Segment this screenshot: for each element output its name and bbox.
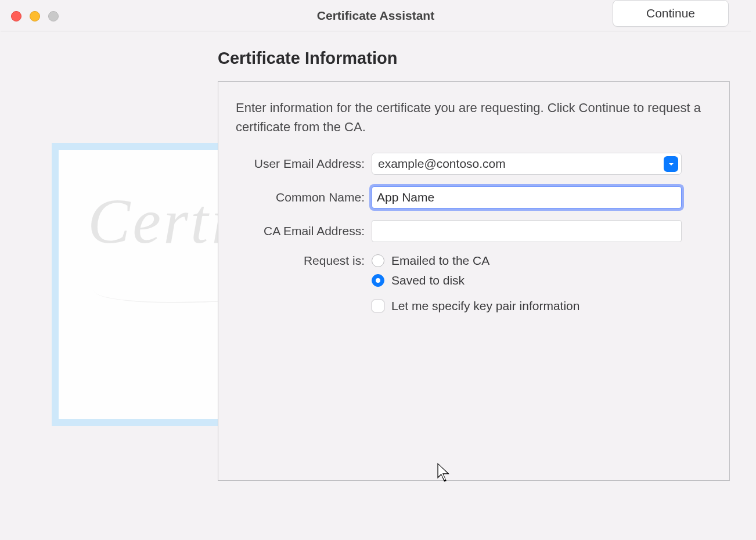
keypair-row: Let me specify key pair information xyxy=(236,299,712,313)
common-name-input[interactable] xyxy=(372,186,682,208)
radio-indicator-icon xyxy=(372,274,384,287)
user-email-value: example@contoso.com xyxy=(378,157,506,171)
radio-saved-label: Saved to disk xyxy=(391,273,465,287)
radio-emailed-label: Emailed to the CA xyxy=(391,254,489,268)
radio-emailed-to-ca[interactable]: Emailed to the CA xyxy=(372,254,682,268)
minimize-window-icon[interactable] xyxy=(30,11,40,21)
ca-email-row: CA Email Address: xyxy=(236,220,712,242)
form-panel: Enter information for the certificate yo… xyxy=(218,81,730,481)
dropdown-arrow-icon[interactable] xyxy=(664,156,678,172)
footer-buttons: Continue xyxy=(613,0,729,27)
close-window-icon[interactable] xyxy=(11,11,21,21)
request-row: Request is: Emailed to the CA Saved to d… xyxy=(236,254,712,287)
certificate-assistant-window: Certificate Assistant Certificate Inform… xyxy=(0,0,751,535)
radio-indicator-icon xyxy=(372,254,384,267)
user-email-row: User Email Address: example@contoso.com xyxy=(236,153,712,175)
request-radio-group: Emailed to the CA Saved to disk xyxy=(372,254,682,287)
user-email-combobox[interactable]: example@contoso.com xyxy=(372,153,682,175)
zoom-window-icon[interactable] xyxy=(48,11,59,21)
ca-email-label: CA Email Address: xyxy=(236,224,372,238)
page-title: Certificate Information xyxy=(218,49,397,68)
window-controls xyxy=(11,11,59,21)
keypair-checkbox-label: Let me specify key pair information xyxy=(391,299,579,313)
ca-email-input[interactable] xyxy=(372,220,682,242)
request-label: Request is: xyxy=(236,254,372,268)
content-area: Certificate Information Certificate xyxy=(1,31,751,49)
continue-button[interactable]: Continue xyxy=(613,0,729,27)
checkbox-indicator-icon xyxy=(372,300,384,312)
radio-saved-to-disk[interactable]: Saved to disk xyxy=(372,273,682,287)
keypair-checkbox[interactable]: Let me specify key pair information xyxy=(372,299,682,313)
common-name-label: Common Name: xyxy=(236,190,372,204)
user-email-label: User Email Address: xyxy=(236,157,372,171)
window-title: Certificate Assistant xyxy=(317,9,434,23)
instructions-text: Enter information for the certificate yo… xyxy=(236,98,708,136)
common-name-row: Common Name: xyxy=(236,186,712,208)
continue-button-label: Continue xyxy=(646,6,695,20)
